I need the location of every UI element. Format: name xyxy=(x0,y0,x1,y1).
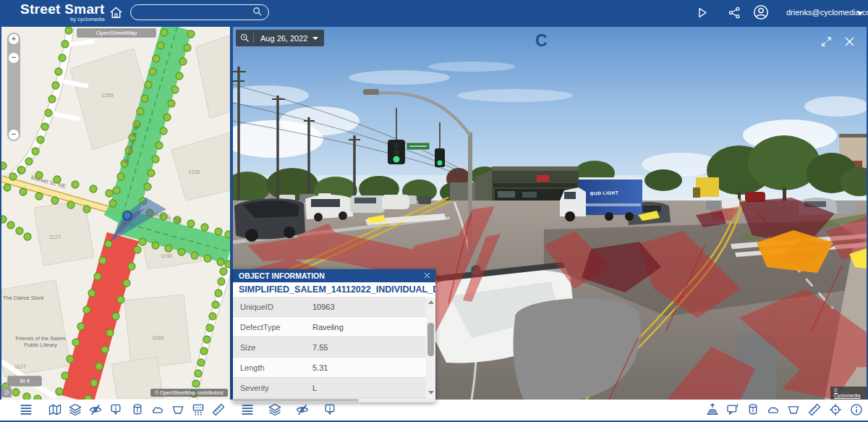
object-info-title: OBJECT INFORMATION xyxy=(239,271,325,280)
basemap-label[interactable]: OpenStreetMap xyxy=(77,28,156,38)
pano-layers-icon[interactable] xyxy=(268,402,282,417)
map-point-cloud-icon[interactable] xyxy=(150,402,165,417)
map-grid-tool-icon[interactable] xyxy=(191,402,205,417)
bottom-toolbar xyxy=(0,400,868,421)
zoom-out-button[interactable]: − xyxy=(9,130,19,140)
map-surface-tool-icon[interactable] xyxy=(171,402,185,417)
fullscreen-icon[interactable] xyxy=(820,35,833,48)
map-collapse-button[interactable] xyxy=(1,387,12,397)
object-info-row: Length5.31 xyxy=(233,358,435,378)
object-info-close-icon[interactable] xyxy=(423,271,431,281)
map-measure-icon[interactable] xyxy=(211,402,226,417)
object-info-row: Size7.55 xyxy=(233,337,435,358)
home-icon[interactable] xyxy=(109,5,124,20)
recording-date-selector[interactable]: Aug 26, 2022 xyxy=(236,30,324,46)
object-info-row: UniqueID10963 xyxy=(233,297,435,317)
pano-info-pin-icon[interactable] xyxy=(323,402,337,417)
point-cloud-icon[interactable] xyxy=(766,402,780,417)
app-logo-byline: by cyclomedia xyxy=(20,17,105,22)
search-input[interactable] xyxy=(131,8,252,17)
building-label: 1190 xyxy=(161,253,172,259)
map-scale-bar: 50 ft xyxy=(7,376,42,387)
building-label: 1160 xyxy=(152,334,163,341)
close-panorama-icon[interactable] xyxy=(843,35,856,48)
panorama-attribution[interactable]: © Cyclomedia xyxy=(830,387,867,400)
pano-hide-overlays-icon[interactable] xyxy=(295,402,310,417)
search-icon[interactable] xyxy=(252,6,263,20)
building-label: 1127 xyxy=(14,363,26,370)
object-info-row: DefectTypeRaveling xyxy=(233,317,435,337)
map-zoom-slider[interactable]: + − − xyxy=(7,33,20,141)
street-smart-app: Street Smart by cyclomedia drienks@cyclo… xyxy=(0,0,868,422)
share-icon[interactable] xyxy=(728,6,741,20)
object-layer-name: SIMPLIFIED_SALEM_14112022_INDIVIDUAL_DIS… xyxy=(233,282,435,297)
search-box[interactable] xyxy=(130,4,269,20)
building-label: 1230 xyxy=(188,169,200,175)
map-panel: OpenStreetMap + − − 1255 1230 1127 1190 … xyxy=(1,27,230,400)
annotation-tool-icon[interactable] xyxy=(726,402,740,417)
building-label: 1255 xyxy=(101,92,114,98)
app-logo: Street Smart by cyclomedia xyxy=(20,2,105,22)
user-menu-caret-icon[interactable] xyxy=(857,12,863,15)
info-tool-icon[interactable] xyxy=(849,402,864,417)
top-bar: Street Smart by cyclomedia drienks@cyclo… xyxy=(0,0,868,25)
elevation-tool-icon[interactable] xyxy=(705,402,720,417)
object-info-row: SeverityL xyxy=(233,378,435,398)
surface-tool-icon[interactable] xyxy=(786,402,801,417)
recording-date-label[interactable]: Aug 26, 2022 xyxy=(254,34,312,43)
object-information-panel: OBJECT INFORMATION SIMPLIFIED_SALEM_1411… xyxy=(233,269,435,402)
map-layers-icon[interactable] xyxy=(68,402,82,417)
place-label: Friends of the Salem xyxy=(1,335,80,342)
zoom-in-button[interactable]: + xyxy=(9,34,19,44)
measure-tool-icon[interactable] xyxy=(807,402,822,417)
place-label: Public Library xyxy=(1,342,80,348)
app-logo-title: Street Smart xyxy=(20,2,105,16)
date-caret-icon[interactable] xyxy=(312,37,318,40)
building-label: 1127 xyxy=(49,234,61,240)
object-info-vertical-scrollbar[interactable] xyxy=(426,297,435,398)
truck-logo-text: BUD LIGHT xyxy=(590,190,618,195)
map-cylinder-tool-icon[interactable] xyxy=(130,402,145,417)
map-attribution[interactable]: © OpenStreetMap contributors xyxy=(150,389,228,397)
bud-light-truck xyxy=(579,177,642,215)
map-hide-overlays-icon[interactable] xyxy=(88,402,103,417)
user-email[interactable]: drienks@cyclomedia.com xyxy=(786,8,868,17)
cylinder-tool-icon[interactable] xyxy=(746,402,760,417)
map-overview-icon[interactable] xyxy=(48,402,62,417)
time-travel-icon[interactable] xyxy=(236,33,254,43)
compass-north-indicator: C xyxy=(535,31,548,51)
object-info-horizontal-scrollbar[interactable] xyxy=(233,398,435,402)
play-icon[interactable] xyxy=(695,6,709,20)
map-info-pin-icon[interactable] xyxy=(109,402,123,417)
map-menu-icon[interactable] xyxy=(19,402,33,417)
orientation-tool-icon[interactable] xyxy=(828,402,843,417)
user-avatar-icon[interactable] xyxy=(752,4,770,21)
place-label: The Dance Store xyxy=(3,295,44,301)
zoom-slider-thumb[interactable]: − xyxy=(9,53,19,63)
pano-menu-icon[interactable] xyxy=(240,402,255,417)
